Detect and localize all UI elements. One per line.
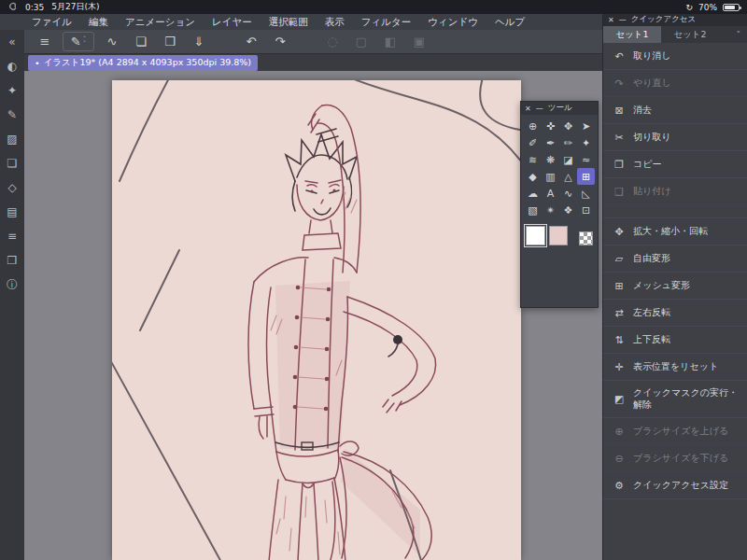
- paste-icon: ❑: [613, 186, 626, 198]
- 3d-material-icon[interactable]: ◇: [3, 180, 21, 195]
- fill-selection-button: ▣: [408, 32, 430, 51]
- export-button[interactable]: ⇓: [188, 32, 210, 51]
- tab-set2[interactable]: セット2: [661, 26, 719, 43]
- transparent-color-swatch[interactable]: [579, 231, 593, 245]
- new-canvas-button[interactable]: ❏: [130, 32, 152, 51]
- navigator-icon[interactable]: ▤: [3, 204, 21, 219]
- color-swatches: [521, 218, 598, 245]
- qa-cut[interactable]: ✂ 切り取り: [603, 124, 747, 151]
- menu-file[interactable]: ファイル: [32, 16, 72, 29]
- qa-erase[interactable]: ⊠ 消去: [603, 97, 747, 124]
- main-menu-button[interactable]: ≡: [34, 32, 56, 51]
- selection-launcher-button: ◌: [321, 32, 344, 51]
- tool-fill[interactable]: ◆: [524, 168, 542, 185]
- tool-auto-select[interactable]: ✴: [542, 202, 559, 218]
- tool-decoration[interactable]: ❋: [542, 151, 559, 168]
- document-tab-indicator: •: [35, 58, 40, 68]
- tool-selection[interactable]: ▧: [524, 202, 542, 218]
- quick-access-list: ↶ 取り消し ↷ やり直し ⊠ 消去 ✂ 切り取り ❐ コピー ❑ 貼り付け: [603, 43, 747, 560]
- tool-gradient[interactable]: ▥: [542, 168, 559, 185]
- qa-settings[interactable]: ⚙ クイックアクセス設定: [603, 472, 747, 499]
- menu-selection[interactable]: 選択範囲: [269, 16, 308, 29]
- qa-scale-rotate[interactable]: ✥ 拡大・縮小・回転: [603, 218, 747, 245]
- tool-frame-border[interactable]: ⊞: [577, 168, 595, 185]
- tool-eraser[interactable]: ◪: [559, 151, 577, 168]
- tool-brush[interactable]: ✦: [577, 134, 595, 151]
- minimize-icon[interactable]: —: [536, 105, 543, 113]
- canvas[interactable]: [112, 80, 521, 560]
- sub-color-swatch[interactable]: [549, 226, 569, 245]
- color-set-icon[interactable]: ✦: [3, 83, 21, 98]
- status-time: 0:35: [25, 3, 44, 12]
- flip-vertical-icon: ⇅: [613, 334, 626, 346]
- tool-airbrush[interactable]: ≋: [524, 151, 542, 168]
- tool-pen[interactable]: ✒: [542, 134, 559, 151]
- tool-zoom[interactable]: ⊕: [524, 118, 542, 134]
- menu-layer[interactable]: レイヤー: [212, 16, 252, 29]
- open-file-button[interactable]: ❒: [159, 32, 181, 51]
- tool-balloon[interactable]: ☁: [524, 185, 542, 202]
- qa-flip-horizontal[interactable]: ⇄ 左右反転: [603, 300, 747, 327]
- menu-window[interactable]: ウィンドウ: [428, 16, 478, 29]
- qa-reset-view[interactable]: ✛ 表示位置をリセット: [603, 354, 747, 381]
- tool-ruler[interactable]: ◺: [577, 185, 595, 202]
- document-tab[interactable]: • イラスト19* (A4 2894 x 4093px 350dpi 39.8%…: [28, 55, 258, 71]
- status-bar: 0:35 5月27日(木) ↻ 70%: [0, 0, 747, 14]
- qa-copy[interactable]: ❐ コピー: [603, 151, 747, 178]
- information-icon[interactable]: ⓘ: [3, 277, 21, 292]
- subview-icon[interactable]: ❒: [3, 253, 21, 268]
- qa-flip-vertical[interactable]: ⇅ 上下反転: [603, 327, 747, 354]
- qa-paste: ❑ 貼り付け: [603, 178, 747, 205]
- undo-icon: ↶: [613, 50, 626, 63]
- chevron-down-icon[interactable]: ˅: [730, 26, 747, 43]
- tool-text[interactable]: A: [542, 185, 559, 202]
- tool-move[interactable]: ✥: [559, 118, 577, 134]
- qa-mesh-transform[interactable]: ⊞ メッシュ変形: [603, 273, 747, 300]
- tool-line-correction[interactable]: ∿: [559, 185, 577, 202]
- layers-icon[interactable]: ❏: [3, 156, 21, 171]
- curve-tool-button[interactable]: ∿: [101, 32, 123, 51]
- brush-size-up-icon: ⊕: [613, 426, 626, 438]
- menu-help[interactable]: ヘルプ: [495, 16, 525, 29]
- tool-operation[interactable]: ❖: [559, 202, 577, 218]
- pen-settings-icon[interactable]: ✎: [3, 107, 21, 122]
- item-list-icon[interactable]: ≡: [3, 229, 21, 244]
- mesh-transform-icon: ⊞: [613, 280, 626, 292]
- qa-quick-mask[interactable]: ◩ クイックマスクの実行・解除: [603, 381, 747, 418]
- tool-blend[interactable]: ≈: [577, 151, 595, 168]
- reset-view-icon: ✛: [613, 361, 626, 373]
- menu-edit[interactable]: 編集: [89, 16, 108, 29]
- qa-undo[interactable]: ↶ 取り消し: [603, 43, 747, 70]
- qa-free-transform[interactable]: ▱ 自由変形: [603, 245, 747, 273]
- tool-hand[interactable]: ✜: [542, 118, 559, 134]
- qa-brush-size-up: ⊕ ブラシサイズを上げる: [603, 418, 747, 445]
- menu-animation[interactable]: アニメーション: [125, 16, 195, 29]
- close-icon[interactable]: ✕: [525, 105, 531, 113]
- settings-gear-icon: ⚙: [613, 480, 626, 492]
- clip-studio-paint-window: 0:35 5月27日(木) ↻ 70% ファイル 編集 アニメーション レイヤー…: [0, 0, 747, 560]
- tool-eyedropper[interactable]: ✐: [524, 134, 542, 151]
- tool-object[interactable]: ➤: [577, 118, 595, 134]
- main-color-swatch[interactable]: [526, 226, 545, 245]
- redo-button[interactable]: ↷: [269, 32, 291, 51]
- tool-palette-title: ツール: [548, 103, 572, 114]
- battery-icon: [723, 4, 740, 11]
- close-icon[interactable]: ✕: [608, 16, 614, 24]
- tab-set1[interactable]: セット1: [603, 26, 661, 43]
- sidebar-collapse-icon[interactable]: «: [3, 35, 21, 49]
- document-tab-label: イラスト19* (A4 2894 x 4093px 350dpi 39.8%): [44, 57, 251, 69]
- tool-pencil[interactable]: ✏: [559, 134, 577, 151]
- minimize-icon[interactable]: —: [619, 16, 627, 24]
- menu-view[interactable]: 表示: [325, 16, 345, 29]
- material-icon[interactable]: ▨: [3, 132, 21, 147]
- redo-icon: ↷: [613, 77, 626, 90]
- color-circle-icon[interactable]: ◐: [3, 59, 21, 74]
- menu-filter[interactable]: フィルター: [361, 16, 411, 29]
- tool-property-button[interactable]: ✎ ˄ ˅: [63, 32, 94, 51]
- tool-figure[interactable]: △: [559, 168, 577, 185]
- quick-access-panel: ✕ — クイックアクセス セット1 セット2 ˅ ↶ 取り消し ↷ やり直し ⊠…: [602, 13, 747, 560]
- tool-subview[interactable]: ⊡: [577, 202, 595, 218]
- undo-button[interactable]: ↶: [240, 32, 262, 51]
- battery-percent: 70%: [698, 3, 717, 12]
- rotation-lock-icon: ↻: [685, 3, 693, 12]
